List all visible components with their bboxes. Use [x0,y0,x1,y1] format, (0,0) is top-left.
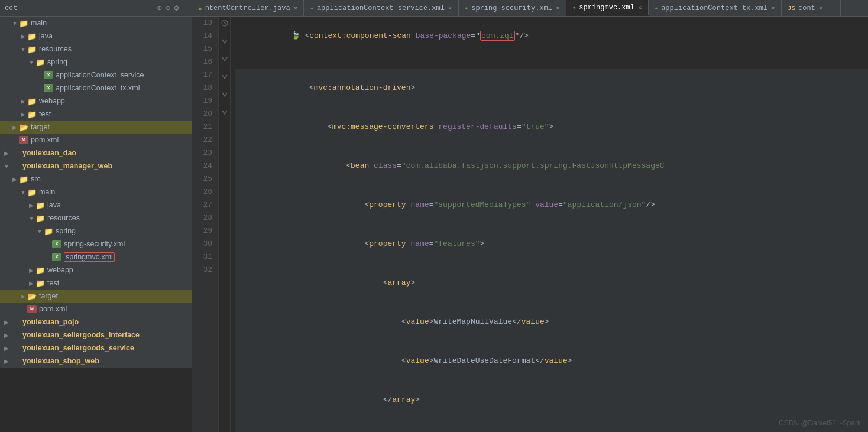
tab-icon-xml4: ✦ [655,4,659,12]
fold-17[interactable] [219,70,230,88]
fold-13[interactable] [219,17,230,35]
tab-icon-xml1: ✦ [310,4,314,12]
sidebar-item-spring2[interactable]: 📁 spring [0,225,192,238]
arrow-icon [2,163,11,170]
arrow-icon [27,267,35,274]
sidebar-label-dao: youlexuan_dao [22,149,76,157]
sidebar-item-resources1[interactable]: 📁 resources [0,43,192,56]
tab-close-spring-security[interactable]: ✕ [556,4,560,12]
fold-16[interactable] [219,53,230,70]
sidebar-item-webapp2[interactable]: 📁 webapp [0,264,192,277]
project-icon-dao [11,149,20,157]
code-line-23: </array> [235,381,868,420]
fold-15[interactable] [219,35,230,53]
sidebar-item-shop-web[interactable]: youlexuan_shop_web [0,355,192,368]
sidebar-item-pom1[interactable]: pom.xml [0,134,192,147]
tab-appctx-service[interactable]: ✦ applicationContext_service.xml ✕ [304,0,458,16]
sidebar-item-test2[interactable]: 📁 test [0,277,192,290]
sidebar-item-java2[interactable]: 📁 java [0,199,192,212]
tab-label-spring-security: spring-security.xml [471,4,552,12]
code-view[interactable]: 13 14 15 16 17 18 19 20 21 22 23 24 25 2… [192,17,868,432]
arrow-icon [19,33,27,40]
sidebar-item-target1[interactable]: 📂 target [0,121,192,134]
code-line-17: <bean class="com.alibaba.fastjson.suppor… [235,147,868,186]
tab-close-contentcontroller[interactable]: ✕ [294,4,298,12]
sidebar-label-springsec: spring-security.xml [64,240,125,248]
sidebar-label-appctx-tx: applicationContext_tx.xml [56,84,140,92]
sidebar-label-java2: java [47,201,61,209]
tab-springmvc[interactable]: ✦ springmvc.xml ✕ [566,0,649,16]
tab-appctx-tx[interactable]: ✦ applicationContext_tx.xml ✕ [649,0,782,16]
folder-icon-spring1: 📁 [35,58,45,66]
arrow-icon [2,358,11,365]
sidebar-item-java1[interactable]: 📁 java [0,30,192,43]
sidebar-label-sellergoods-if: youlexuan_sellergoods_interface [22,331,140,339]
sidebar-item-spring1[interactable]: 📁 spring [0,56,192,69]
sidebar-item-target2[interactable]: 📂 target [0,290,192,303]
settings-icon[interactable]: ⚙ [174,3,179,13]
fold-19[interactable] [219,88,230,106]
sidebar-item-dao[interactable]: youlexuan_dao [0,147,192,160]
line-num-27: 27 [195,199,212,212]
collapse-icon[interactable]: ⊖ [166,3,170,13]
panel-title: ect [5,4,18,12]
folder-icon-webapp2: 📁 [35,266,45,274]
code-text-15: <mvc:annotation-driven> [235,69,868,108]
arrow-icon [19,98,27,105]
code-text-22: <value>WriteDateUseDateFormat</value> [235,342,868,381]
tab-contentcontroller[interactable]: ☕ ntentController.java ✕ [192,0,304,16]
line-num-23: 23 [195,147,212,160]
code-content[interactable]: 🍃 <context:component-scan base-package="… [231,17,868,432]
sidebar-item-springmvc[interactable]: springmvc.xml [0,251,192,264]
sidebar-item-appctx-svc[interactable]: applicationContext_service [0,69,192,82]
folder-icon-main1: 📁 [19,19,28,27]
tab-close-appctx-tx[interactable]: ✕ [771,4,775,12]
code-line-24: </property> [235,420,868,432]
tab-close-springmvc[interactable]: ✕ [638,4,642,11]
sidebar-item-pom2[interactable]: pom.xml [0,303,192,316]
minimize-icon[interactable]: — [183,3,187,13]
xml-file-icon-springmvc [52,253,61,261]
line-num-28: 28 [195,212,212,225]
code-line-15: <mvc:annotation-driven> [235,69,868,108]
line-num-19: 19 [195,95,212,108]
tab-cont[interactable]: JS cont ✕ [782,0,841,16]
sidebar-item-main2[interactable]: 📁 main [0,186,192,199]
sidebar-item-src2[interactable]: 📁 src [0,173,192,186]
sidebar-label-main1: main [31,19,47,27]
tab-close-appctx-service[interactable]: ✕ [448,4,452,12]
code-line-21: <value>WriteMapNullValue</value> [235,303,868,342]
arrow-icon [2,345,11,352]
folder-icon-src2: 📁 [19,175,28,183]
arrow-icon [2,150,11,157]
sidebar-item-test1[interactable]: 📁 test [0,108,192,121]
sidebar-label-spring1: spring [47,58,67,66]
sidebar-label-spring2: spring [56,227,76,235]
sidebar-item-resources2[interactable]: 📁 resources [0,212,192,225]
code-line-22: <value>WriteDateUseDateFormat</value> [235,342,868,381]
sidebar-item-sellergoods-if[interactable]: youlexuan_sellergoods_interface [0,329,192,342]
folder-icon-target2: 📂 [27,292,37,300]
code-line-20: <array> [235,264,868,303]
tab-close-cont[interactable]: ✕ [819,4,823,12]
tab-label-appctx-service: applicationContext_service.xml [317,4,445,12]
line-num-14: 14 [195,30,212,43]
sidebar-item-appctx-tx[interactable]: applicationContext_tx.xml [0,82,192,95]
code-text-18: <property name="supportedMediaTypes" val… [235,186,868,225]
sidebar-item-springsec[interactable]: spring-security.xml [0,238,192,251]
line-num-26: 26 [195,186,212,199]
line-num-30: 30 [195,238,212,251]
tab-label-contentcontroller: ntentController.java [205,4,290,12]
sidebar-item-manager-web[interactable]: youlexuan_manager_web [0,160,192,173]
tab-spring-security[interactable]: ✦ spring-security.xml ✕ [459,0,566,16]
sidebar-label-test2: test [47,279,59,287]
code-text-24: </property> [235,420,868,432]
project-icon-sellergoods-if [11,331,20,339]
sidebar-item-main1[interactable]: 📁 main [0,17,192,30]
fold-20[interactable] [219,106,230,124]
sidebar-item-webapp1[interactable]: 📁 webapp [0,95,192,108]
sidebar-item-pojo[interactable]: youlexuan_pojo [0,316,192,329]
sidebar-item-sellergoods-svc[interactable]: youlexuan_sellergoods_service [0,342,192,355]
sidebar: 📁 main 📁 java 📁 resources 📁 spring [0,17,192,368]
add-icon[interactable]: ⊕ [157,3,161,13]
